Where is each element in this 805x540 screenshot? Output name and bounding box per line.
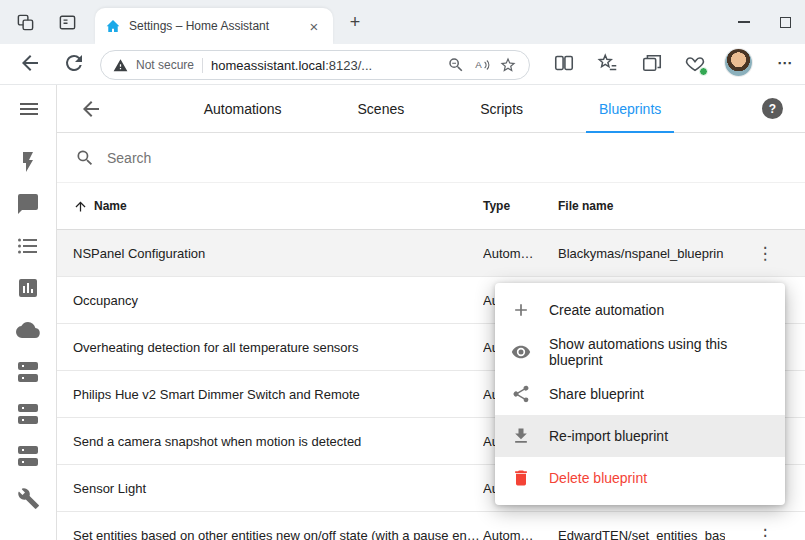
notification-badge bbox=[699, 67, 708, 76]
browser-menu-icon[interactable]: ⋯ bbox=[772, 50, 798, 76]
server-icon-2[interactable] bbox=[16, 402, 40, 426]
chat-icon[interactable] bbox=[16, 192, 40, 216]
menu-item-delete-blueprint[interactable]: Delete blueprint bbox=[495, 457, 785, 499]
wrench-icon[interactable] bbox=[16, 486, 40, 510]
column-name-label: Name bbox=[94, 199, 127, 213]
column-file-name[interactable]: File name bbox=[558, 199, 725, 213]
blueprint-tabs: Automations Scenes Scripts Blueprints bbox=[103, 85, 762, 133]
eye-icon bbox=[511, 342, 531, 362]
cell-file: Blackymas/nspanel_blueprin… bbox=[558, 246, 725, 261]
help-icon[interactable]: ? bbox=[762, 98, 783, 119]
tab-close-icon[interactable]: × bbox=[305, 18, 323, 35]
cell-name: Set entities based on other entities new… bbox=[57, 528, 483, 540]
menu-item-label: Create automation bbox=[549, 302, 664, 318]
menu-item-label: Show automations using this blueprint bbox=[549, 336, 769, 368]
row-overflow-menu-icon[interactable]: ⋮ bbox=[757, 527, 774, 540]
svg-text:A: A bbox=[475, 59, 482, 70]
cell-name: Overheating detection for all temperatur… bbox=[57, 340, 483, 355]
profile-avatar[interactable] bbox=[725, 49, 752, 76]
menu-item-create-automation[interactable]: Create automation bbox=[495, 289, 785, 331]
menu-item-show-automations[interactable]: Show automations using this blueprint bbox=[495, 331, 785, 373]
app-header: Automations Scenes Scripts Blueprints ? bbox=[57, 85, 805, 133]
browser-tab[interactable]: Settings – Home Assistant × bbox=[95, 8, 333, 44]
table-row[interactable]: NSPanel Configuration Autom… Blackymas/n… bbox=[57, 230, 805, 277]
omnibox-divider bbox=[202, 58, 203, 73]
window-controls bbox=[738, 0, 791, 44]
tab-actions-icon[interactable] bbox=[56, 11, 78, 33]
favorite-star-icon[interactable] bbox=[499, 56, 517, 74]
url-suffix: :8123/... bbox=[325, 58, 372, 73]
url-text[interactable]: homeassistant.local:8123/... bbox=[211, 58, 372, 73]
cell-name: Occupancy bbox=[57, 293, 483, 308]
cloud-icon[interactable] bbox=[16, 318, 40, 342]
cell-type: Autom… bbox=[483, 246, 558, 261]
server-icon-3[interactable] bbox=[16, 444, 40, 468]
row-overflow-menu-icon[interactable]: ⋮ bbox=[757, 245, 774, 262]
browser-back-button[interactable] bbox=[18, 51, 42, 75]
cell-name: Sensor Light bbox=[57, 481, 483, 496]
bar-chart-icon[interactable] bbox=[16, 276, 40, 300]
cell-name: Philips Hue v2 Smart Dimmer Switch and R… bbox=[57, 387, 483, 402]
menu-item-label: Re-import blueprint bbox=[549, 428, 668, 444]
search-row bbox=[57, 133, 805, 183]
download-icon bbox=[511, 426, 531, 446]
browser-essentials-icon[interactable] bbox=[684, 52, 706, 74]
tab-blueprints[interactable]: Blueprints bbox=[586, 85, 674, 133]
url-host: homeassistant.local bbox=[211, 58, 325, 73]
cell-type: Autom… bbox=[483, 528, 558, 540]
favorites-icon[interactable] bbox=[597, 52, 619, 74]
lightning-bolt-icon[interactable] bbox=[16, 150, 40, 174]
tab-scripts[interactable]: Scripts bbox=[467, 85, 536, 133]
server-icon-1[interactable] bbox=[16, 360, 40, 384]
column-name[interactable]: Name bbox=[57, 199, 483, 214]
tab-automations[interactable]: Automations bbox=[191, 85, 295, 133]
column-type[interactable]: Type bbox=[483, 199, 558, 213]
minimize-button[interactable] bbox=[738, 21, 750, 23]
collections-icon[interactable] bbox=[641, 52, 663, 74]
zoom-out-icon[interactable] bbox=[447, 56, 465, 74]
not-secure-warning-icon bbox=[113, 58, 128, 73]
share-icon bbox=[511, 384, 531, 404]
browser-titlebar: Settings – Home Assistant × + bbox=[0, 0, 805, 44]
menu-item-label: Delete blueprint bbox=[549, 470, 647, 486]
new-tab-button[interactable]: + bbox=[344, 11, 366, 33]
read-aloud-icon[interactable]: A bbox=[473, 56, 491, 74]
cell-name: NSPanel Configuration bbox=[57, 246, 483, 261]
tab-title: Settings – Home Assistant bbox=[129, 19, 297, 33]
trash-icon bbox=[511, 468, 531, 488]
table-row[interactable]: Set entities based on other entities new… bbox=[57, 512, 805, 540]
cell-file: EdwardTEN/set_entities_bas… bbox=[558, 528, 725, 540]
split-screen-icon[interactable] bbox=[553, 52, 575, 74]
menu-item-reimport-blueprint[interactable]: Re-import blueprint bbox=[495, 415, 785, 457]
sidebar bbox=[0, 85, 57, 540]
search-input[interactable] bbox=[107, 150, 427, 166]
app-back-icon[interactable] bbox=[79, 97, 103, 121]
cell-name: Send a camera snapshot when motion is de… bbox=[57, 434, 483, 449]
blueprint-context-menu: Create automation Show automations using… bbox=[495, 283, 785, 505]
browser-refresh-button[interactable] bbox=[62, 51, 86, 75]
plus-icon bbox=[511, 300, 531, 320]
workspaces-icon[interactable] bbox=[14, 11, 36, 33]
menu-item-share-blueprint[interactable]: Share blueprint bbox=[495, 373, 785, 415]
search-icon bbox=[75, 148, 95, 168]
table-header: Name Type File name bbox=[57, 183, 805, 230]
list-icon[interactable] bbox=[16, 234, 40, 258]
sidebar-menu-icon[interactable] bbox=[17, 97, 41, 121]
tab-scenes[interactable]: Scenes bbox=[345, 85, 418, 133]
maximize-button[interactable] bbox=[780, 17, 791, 28]
address-bar[interactable]: Not secure homeassistant.local:8123/... … bbox=[100, 50, 530, 80]
sort-ascending-icon bbox=[73, 199, 88, 214]
security-label[interactable]: Not secure bbox=[136, 58, 194, 72]
home-assistant-favicon bbox=[105, 18, 121, 34]
menu-item-label: Share blueprint bbox=[549, 386, 644, 402]
